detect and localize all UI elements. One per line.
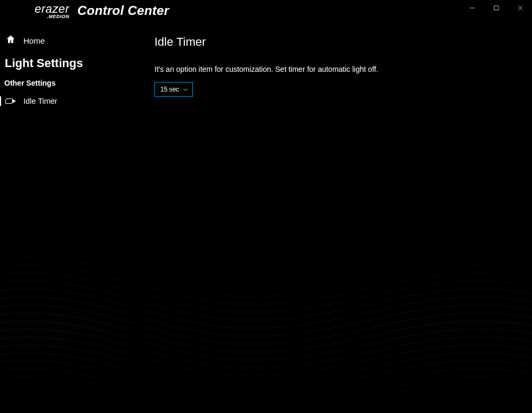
main-panel: Idle Timer It's an option item for custo… [138, 22, 532, 413]
sidebar-item-label: Idle Timer [23, 97, 58, 105]
sidebar-item-idle-timer[interactable]: Idle Timer [4, 95, 138, 108]
sidebar: Home Light Settings Other Settings Idle … [0, 22, 138, 413]
idle-timer-select-value: 15 sec [160, 86, 179, 93]
app-title: Control Center [77, 3, 169, 18]
sidebar-section-title: Light Settings [4, 56, 138, 70]
home-icon [5, 34, 16, 47]
window-controls [460, 0, 532, 16]
page-title: Idle Timer [154, 35, 532, 49]
spotlight-icon [5, 97, 17, 105]
maximize-icon [494, 5, 499, 11]
home-label: Home [23, 36, 45, 45]
svg-rect-1 [494, 6, 498, 10]
minimize-icon [470, 5, 475, 11]
brand-sub-text: .MEDION [47, 14, 69, 19]
maximize-button[interactable] [484, 0, 508, 16]
brand-top-text: erazer [35, 4, 69, 14]
close-icon [518, 5, 523, 11]
minimize-button[interactable] [460, 0, 484, 16]
page-description: It's an option item for customization. S… [154, 65, 532, 73]
close-button[interactable] [508, 0, 532, 16]
sidebar-subsection-title: Other Settings [4, 79, 138, 87]
home-nav[interactable]: Home [4, 34, 138, 47]
chevron-down-icon [183, 87, 188, 92]
brand-logo: erazer .MEDION [35, 0, 69, 19]
idle-timer-select[interactable]: 15 sec [154, 82, 193, 97]
content: Home Light Settings Other Settings Idle … [0, 22, 532, 413]
titlebar: erazer .MEDION Control Center [0, 0, 532, 22]
